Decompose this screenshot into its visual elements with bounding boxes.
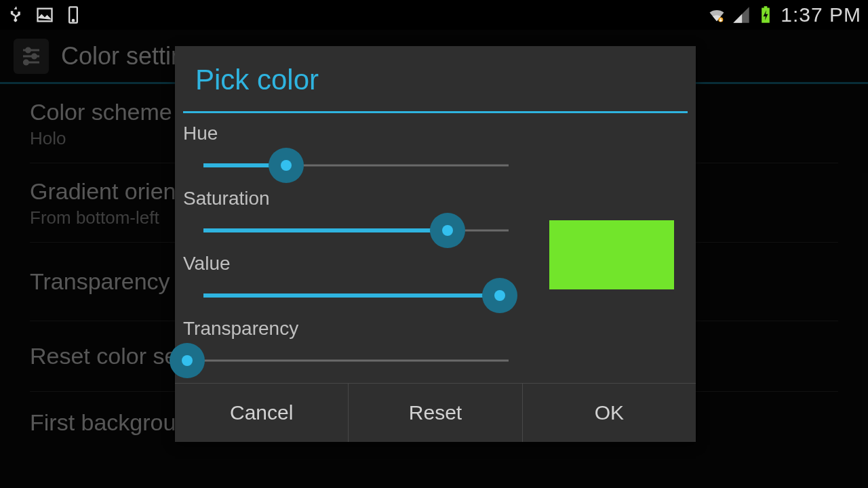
value-slider[interactable]: [203, 280, 509, 311]
saturation-slider[interactable]: [203, 215, 509, 246]
dialog-title: Pick color: [175, 46, 696, 111]
status-bar: 1:37 PM: [0, 0, 868, 30]
value-group: Value: [183, 253, 536, 314]
dialog-button-bar: Cancel Reset OK: [175, 383, 696, 442]
color-swatch: [549, 220, 674, 289]
hue-slider[interactable]: [203, 150, 509, 181]
transparency-label: Transparency: [183, 318, 536, 340]
hue-group: Hue: [183, 123, 536, 184]
hue-label: Hue: [183, 123, 536, 144]
cancel-button[interactable]: Cancel: [175, 384, 349, 442]
ok-button[interactable]: OK: [523, 384, 696, 442]
saturation-label: Saturation: [183, 188, 536, 209]
saturation-group: Saturation: [183, 188, 536, 249]
battery-icon: [756, 5, 775, 24]
value-label: Value: [183, 253, 536, 274]
image-icon: [35, 5, 54, 24]
signal-icon: [732, 5, 751, 24]
pick-color-dialog: Pick color Hue Saturation Value: [175, 46, 696, 442]
transparency-slider[interactable]: [187, 345, 509, 376]
svg-rect-5: [764, 6, 768, 8]
transparency-group: Transparency: [183, 318, 536, 379]
wifi-icon: [707, 5, 726, 24]
reset-button[interactable]: Reset: [349, 384, 522, 442]
status-clock: 1:37 PM: [781, 3, 861, 26]
svg-point-2: [73, 20, 74, 21]
usb-icon: [7, 5, 26, 24]
phone-icon: [64, 5, 83, 24]
